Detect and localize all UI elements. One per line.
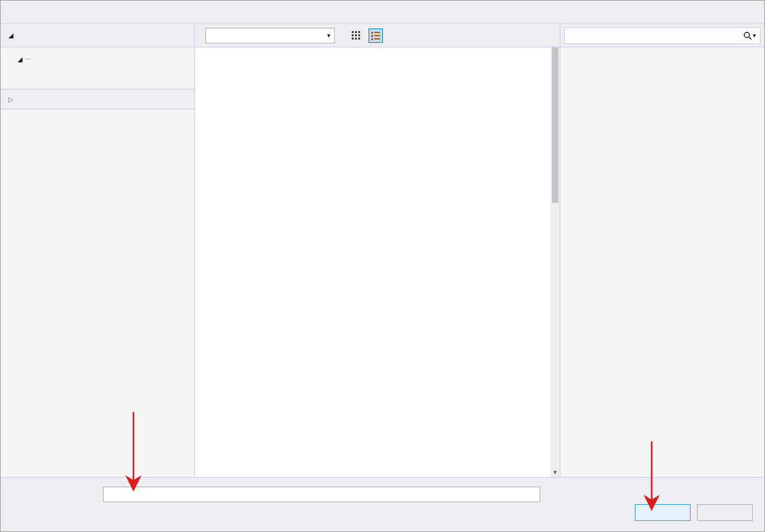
tree-node-label: [25, 74, 30, 75]
tree-node-visual-csharp-items[interactable]: [1, 51, 194, 67]
list-icon: [371, 30, 381, 41]
svg-rect-4: [355, 34, 357, 36]
name-label: [11, 487, 95, 489]
view-small-icons-button[interactable]: [349, 29, 363, 43]
titlebar: [1, 1, 764, 24]
dialog-add-new-item: ▾ ▼: [0, 0, 765, 532]
grid-small-icon: [351, 30, 361, 41]
dialog-body: ▾ ▼: [1, 24, 764, 477]
search-wrap: ▾: [560, 24, 764, 47]
chevron-down-icon: [7, 32, 15, 39]
category-tree-pane: [1, 24, 195, 477]
search-icon: ▾: [743, 31, 756, 40]
view-details-button[interactable]: [369, 29, 383, 43]
cancel-button[interactable]: [697, 504, 753, 521]
template-list-pane: ▾ ▼: [195, 24, 560, 477]
svg-rect-10: [371, 35, 373, 37]
add-button[interactable]: [635, 504, 691, 521]
tree-installed-children: [1, 47, 194, 89]
svg-rect-1: [355, 31, 357, 33]
svg-rect-3: [352, 34, 354, 36]
detail-type-row: [569, 56, 755, 66]
svg-rect-6: [352, 38, 354, 40]
sortby-dropdown[interactable]: ▾: [205, 28, 335, 43]
chevron-down-icon: [16, 56, 24, 63]
tree-node-graphics[interactable]: [1, 67, 194, 82]
name-input[interactable]: [103, 487, 540, 502]
scroll-down-icon[interactable]: ▼: [551, 468, 560, 477]
help-button[interactable]: [706, 1, 735, 24]
svg-rect-0: [352, 31, 354, 33]
template-list: [195, 47, 551, 477]
svg-rect-8: [358, 38, 360, 40]
svg-point-15: [744, 32, 749, 38]
svg-line-16: [749, 37, 751, 40]
tree-group-installed[interactable]: [1, 24, 194, 47]
search-input[interactable]: ▾: [564, 27, 760, 44]
svg-rect-9: [371, 32, 373, 34]
svg-rect-7: [355, 38, 357, 40]
template-toolbar: ▾: [195, 24, 560, 47]
template-scroll-area: ▼: [195, 47, 560, 477]
close-button[interactable]: [735, 1, 764, 24]
template-details: [560, 47, 764, 82]
chevron-down-icon: ▾: [327, 32, 330, 39]
tree-group-online[interactable]: [1, 89, 194, 110]
chevron-right-icon: [7, 96, 15, 103]
details-pane: ▾: [560, 24, 764, 477]
vertical-scrollbar[interactable]: ▼: [551, 47, 560, 477]
tree-node-label: [25, 58, 30, 60]
svg-rect-5: [358, 34, 360, 36]
svg-rect-11: [371, 38, 373, 40]
dialog-buttons: [635, 504, 753, 521]
svg-rect-2: [358, 31, 360, 33]
scrollbar-thumb[interactable]: [552, 47, 558, 203]
